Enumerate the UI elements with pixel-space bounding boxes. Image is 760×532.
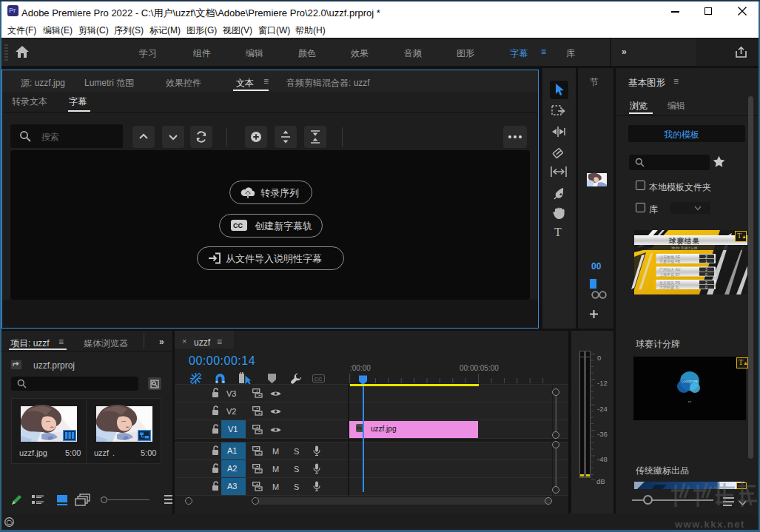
svg-text:0: 0 (705, 272, 707, 277)
svg-text:上海申花 SY: 上海申花 SY (659, 272, 681, 277)
svg-text:天津权健 JL: 天津权健 JL (659, 285, 679, 290)
svg-text:0: 0 (705, 285, 707, 289)
svg-text:广州恒大 AU: 广州恒大 AU (659, 267, 681, 272)
svg-text:bb.hv 足球计分牌: bb.hv 足球计分牌 (672, 246, 698, 250)
svg-text:1: 1 (705, 259, 707, 263)
svg-text:●●: ●● (688, 400, 692, 403)
svg-text:球赛结果: 球赛结果 (668, 237, 700, 245)
svg-text:2: 2 (705, 280, 707, 285)
svg-text:2: 2 (705, 255, 707, 259)
svg-text:LOGOTYPE: LOGOTYPE (682, 380, 698, 383)
svg-text:3: 3 (705, 267, 707, 272)
svg-text:华夏幸福 PB: 华夏幸福 PB (659, 259, 681, 264)
